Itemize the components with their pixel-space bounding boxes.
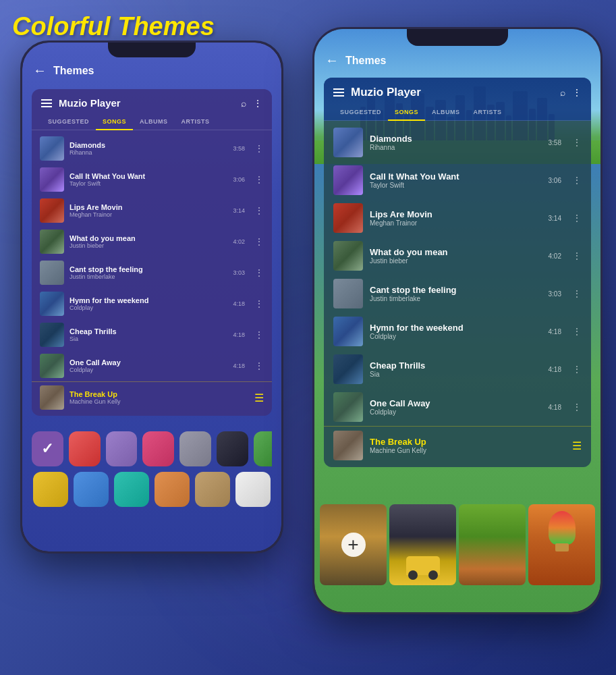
menu-6-right[interactable]: ⋮ (572, 327, 582, 336)
menu-5-left[interactable]: ⋮ (254, 268, 264, 277)
tab-songs-left[interactable]: SONGS (96, 114, 133, 130)
song-item-4-right[interactable]: What do you mean Justin bieber 4:02 ⋮ (324, 237, 591, 275)
song-item-5-right[interactable]: Cant stop the feeling Justin timberlake … (324, 275, 591, 313)
song-name-3-right: Lips Are Movin (370, 209, 542, 219)
menu-5-right[interactable]: ⋮ (572, 289, 582, 298)
app-card-left: Muzio Player ⌕ ⋮ SUGGESTED SONGS ALBUMS … (32, 89, 272, 416)
more-icon-right[interactable]: ⋮ (572, 87, 582, 98)
swatch-pink[interactable] (142, 431, 174, 466)
song-item-5-left[interactable]: Cant stop the feeling Justin timberlake … (32, 257, 272, 288)
menu-6-left[interactable]: ⋮ (254, 299, 264, 308)
tab-artists-left[interactable]: ARTISTS (175, 114, 217, 130)
search-icon-left[interactable]: ⌕ (241, 98, 246, 109)
menu-8-left[interactable]: ⋮ (254, 361, 264, 371)
menu-4-right[interactable]: ⋮ (572, 251, 582, 261)
swatch-orange[interactable] (155, 472, 190, 507)
song-name-9-left: The Break Up (69, 390, 249, 398)
duration-1-right: 3:58 (549, 139, 561, 146)
song-artist-3-right: Meghan Trainor (370, 219, 542, 227)
swatch-red[interactable] (69, 431, 101, 466)
swatch-lavender[interactable] (106, 431, 138, 466)
song-info-3-right: Lips Are Movin Meghan Trainor (370, 209, 542, 227)
menu-2-right[interactable]: ⋮ (572, 176, 582, 185)
playlist-icon-right[interactable]: ☰ (572, 439, 582, 452)
swatch-blue[interactable] (74, 472, 109, 507)
song-name-9-right: The Break Up (370, 437, 565, 447)
hamburger-icon-right[interactable] (333, 88, 344, 97)
wallpaper-bridge[interactable]: + (320, 504, 387, 585)
song-item-7-right[interactable]: Cheap Thrills Sia 4:18 ⋮ (324, 350, 591, 388)
more-icon-left[interactable]: ⋮ (253, 98, 262, 109)
duration-8-left: 4:18 (233, 362, 245, 369)
wallpaper-tunnel[interactable] (389, 504, 456, 585)
swatch-green-edge[interactable] (254, 431, 272, 466)
search-icon-right[interactable]: ⌕ (560, 87, 565, 98)
song-item-4-left[interactable]: What do you mean Justin bieber 4:02 ⋮ (32, 226, 272, 257)
song-info-2-left: Call It What You Want Taylor Swift (69, 172, 227, 187)
tab-songs-right[interactable]: SONGS (388, 105, 425, 121)
thumb-weekend-right (333, 317, 363, 346)
swatch-gray[interactable] (179, 431, 211, 466)
song-item-1-left[interactable]: Diamonds Rihanna 3:58 ⋮ (32, 133, 272, 164)
header-icons-left: ⌕ ⋮ (241, 98, 262, 109)
thumb-diamonds-left (40, 136, 64, 161)
swatch-tan[interactable] (195, 472, 230, 507)
menu-1-right[interactable]: ⋮ (572, 138, 582, 147)
swatch-yellow[interactable] (33, 472, 68, 507)
menu-7-left[interactable]: ⋮ (254, 330, 264, 340)
thumb-breakup-right (333, 431, 363, 460)
menu-2-left[interactable]: ⋮ (254, 175, 264, 184)
duration-7-left: 4:18 (233, 331, 245, 338)
tab-artists-right[interactable]: ARTISTS (467, 105, 509, 120)
menu-8-right[interactable]: ⋮ (572, 402, 582, 412)
song-artist-2-right: Taylor Swift (370, 182, 542, 189)
duration-6-left: 4:18 (233, 300, 245, 307)
tab-albums-left[interactable]: ALBUMS (133, 114, 175, 130)
back-arrow-left[interactable]: ← (33, 63, 47, 78)
left-screen: ← Themes Muzio Player ⌕ ⋮ SUGGESTED SONG… (22, 43, 281, 551)
song-item-3-right[interactable]: Lips Are Movin Meghan Trainor 3:14 ⋮ (324, 199, 591, 237)
song-item-1-right[interactable]: Diamonds Rihanna 3:58 ⋮ (324, 124, 591, 161)
song-artist-6-left: Coldplay (69, 304, 227, 311)
song-list-right: Diamonds Rihanna 3:58 ⋮ Call It What You… (324, 121, 591, 467)
swatch-black[interactable] (217, 431, 248, 466)
tab-albums-right[interactable]: ALBUMS (425, 105, 467, 120)
song-item-9-left[interactable]: The Break Up Machine Gun Kelly ☰ (32, 381, 272, 413)
song-name-2-left: Call It What You Want (69, 172, 227, 180)
swatch-white[interactable] (235, 472, 271, 507)
themes-label-left: Themes (53, 65, 94, 77)
song-item-2-left[interactable]: Call It What You Want Taylor Swift 3:06 … (32, 164, 272, 195)
song-item-2-right[interactable]: Call It What You Want Taylor Swift 3:06 … (324, 161, 591, 199)
menu-3-left[interactable]: ⋮ (254, 206, 264, 215)
song-artist-6-right: Coldplay (370, 333, 542, 340)
song-artist-5-right: Justin timberlake (370, 295, 542, 302)
menu-3-right[interactable]: ⋮ (572, 213, 582, 223)
swatch-purple[interactable] (32, 431, 63, 466)
song-item-8-left[interactable]: One Call Away Coldplay 4:18 ⋮ (32, 350, 272, 381)
swatch-teal[interactable] (114, 472, 149, 507)
notch-right (407, 29, 508, 46)
song-info-4-right: What do you mean Justin bieber (370, 247, 542, 265)
menu-4-left[interactable]: ⋮ (254, 237, 264, 246)
playlist-icon-left[interactable]: ☰ (254, 392, 264, 404)
wallpaper-balloon[interactable] (528, 504, 595, 585)
song-artist-4-left: Justin bieber (69, 242, 227, 249)
song-item-6-left[interactable]: Hymn for the weekend Coldplay 4:18 ⋮ (32, 288, 272, 319)
notch-left (108, 43, 196, 57)
van-wheel-2 (428, 570, 438, 580)
song-item-6-right[interactable]: Hymn for the weekend Coldplay 4:18 ⋮ (324, 313, 591, 350)
header-icons-right: ⌕ ⋮ (560, 87, 582, 98)
song-item-8-right[interactable]: One Call Away Coldplay 4:18 ⋮ (324, 388, 591, 426)
duration-4-right: 4:02 (549, 252, 561, 260)
tab-suggested-left[interactable]: SUGGESTED (41, 114, 96, 130)
menu-1-left[interactable]: ⋮ (254, 144, 264, 153)
song-item-9-right[interactable]: The Break Up Machine Gun Kelly ☰ (324, 426, 591, 464)
add-wallpaper-button[interactable]: + (341, 533, 366, 557)
wallpaper-autumn[interactable] (459, 504, 526, 585)
back-arrow-right[interactable]: ← (325, 53, 339, 68)
song-item-3-left[interactable]: Lips Are Movin Meghan Trainor 3:14 ⋮ (32, 195, 272, 226)
song-item-7-left[interactable]: Cheap Thrills Sia 4:18 ⋮ (32, 319, 272, 350)
menu-7-right[interactable]: ⋮ (572, 364, 582, 374)
hamburger-icon-left[interactable] (41, 99, 52, 107)
tab-suggested-right[interactable]: SUGGESTED (333, 105, 388, 120)
